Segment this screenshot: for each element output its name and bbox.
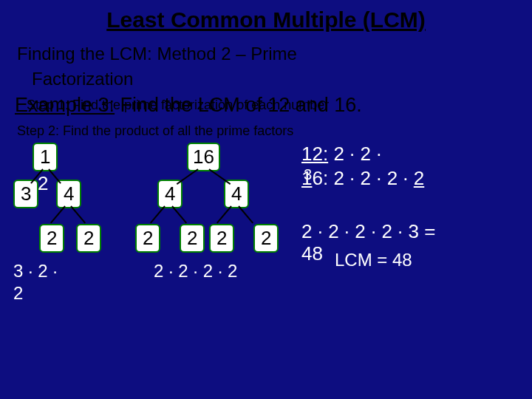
node-16-rl: 2 [209,224,234,253]
line-16-root-l [177,168,199,185]
subtitle-line1: Finding the LCM: Method 2 – Prime [13,44,519,65]
node-12-rr: 2 [76,224,101,253]
line-16-r-l [216,205,232,223]
line-16-l-l [150,205,166,223]
node-12-root: 1 [33,143,58,171]
node-16-left: 4 [157,180,183,208]
line-16-root-r [208,168,231,185]
slide-title: Least Common Multiple (LCM) [13,7,519,33]
node-16-lr: 2 [180,224,205,253]
subtitle-line2: Factorization [13,69,519,90]
step1-text: Step 1: Find the prime factorization of … [27,98,329,113]
result-lcm: LCM = 48 [335,250,412,270]
result-16-last: 2 [414,167,424,189]
expr-12: 3 · 2 · [13,261,58,282]
expr-16: 2 · 2 · 2 · 2 [154,261,237,282]
result-16-mid: 6: 2 · 2 · 2 · [312,167,413,189]
node-16-root: 16 [187,143,220,171]
node-16-rr: 2 [253,224,279,253]
step2-text: Step 2: Find the product of all the prim… [13,123,519,139]
expr-12b: 2 [13,283,23,304]
node-12-rl: 2 [39,224,64,253]
node-16-ll: 2 [135,224,160,253]
result-48: 48 [301,242,323,265]
diagram-area: 1 2 3 4 2 2 3 · 2 · 2 16 4 4 2 2 2 2 2 ·… [13,139,519,338]
result-16: 16: 2 · 2 · 2 · 2 [301,167,424,190]
example-row: Example 3: Find the LCM of 12 and 16. St… [13,94,519,117]
result-12: 12: 2 · 2 · [301,143,381,166]
node-12-root-extra: 2 [38,172,48,195]
result-calc: 2 · 2 · 2 · 2 · 3 = [301,220,435,243]
result-small3: 3 [304,166,312,183]
node-12-left: 3 [13,180,38,208]
result-12-rest: 2 · 2 · [328,143,381,165]
line-12-r-l [50,205,66,223]
result-12-num: 12: [301,143,328,165]
